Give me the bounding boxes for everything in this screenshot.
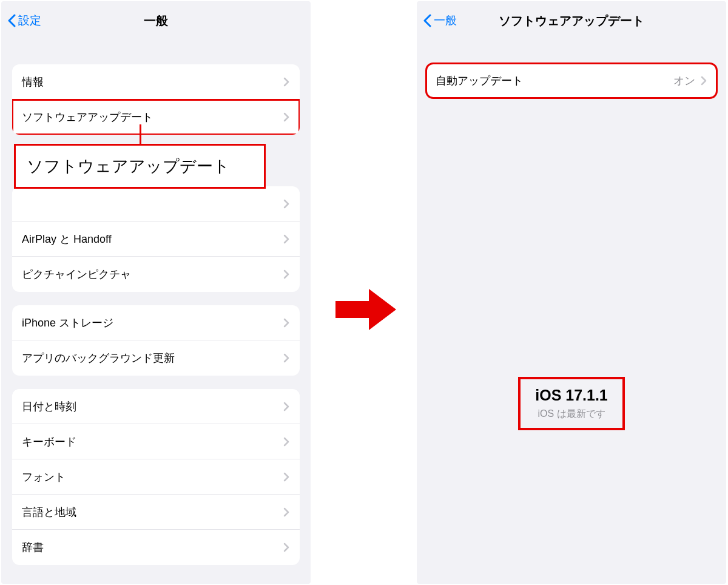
chevron-right-icon [283, 472, 290, 482]
row-value: オン [673, 73, 695, 88]
row-label: 言語と地域 [22, 505, 76, 519]
chevron-right-icon [283, 112, 290, 122]
nav-header: 一般 ソフトウェアアップデート [417, 1, 726, 40]
row-label: 日付と時刻 [22, 399, 76, 414]
update-status: iOS 17.1.1 iOS は最新です [417, 377, 726, 430]
status-badge: iOS 17.1.1 iOS は最新です [519, 377, 624, 430]
chevron-right-icon [283, 234, 290, 244]
annotation-callout: ソフトウェアアップデート [14, 144, 266, 189]
row-picture-in-picture[interactable]: ピクチャインピクチャ [12, 257, 300, 292]
row-software-update[interactable]: ソフトウェアアップデート [12, 100, 300, 135]
row-hidden-partial[interactable] [12, 186, 300, 221]
arrow-right-icon [332, 285, 399, 334]
back-label: 設定 [18, 13, 41, 29]
annotation-connector [140, 124, 141, 146]
section-media: AirPlay と Handoff ピクチャインピクチャ [12, 186, 300, 292]
row-label: 辞書 [22, 540, 44, 555]
row-label: iPhone ストレージ [22, 316, 113, 330]
section-about: 情報 ソフトウェアアップデート [12, 64, 300, 135]
chevron-right-icon [283, 353, 290, 363]
section-input: 日付と時刻 キーボード フォント 言語と地域 辞書 [12, 389, 300, 565]
row-iphone-storage[interactable]: iPhone ストレージ [12, 305, 300, 340]
settings-general-screen: 設定 一般 情報 ソフトウェアアップデート AirPlay と Handoff [1, 1, 311, 584]
row-about[interactable]: 情報 [12, 64, 300, 100]
callout-text: ソフトウェアアップデート [27, 157, 230, 175]
row-label: ピクチャインピクチャ [22, 267, 131, 282]
page-title: ソフトウェアアップデート [499, 13, 644, 29]
row-label: フォント [22, 470, 66, 484]
back-label: 一般 [434, 13, 457, 29]
chevron-right-icon [283, 507, 290, 517]
chevron-right-icon [283, 199, 290, 209]
row-label: アプリのバックグラウンド更新 [22, 351, 175, 365]
row-label: AirPlay と Handoff [22, 232, 112, 246]
chevron-right-icon [283, 543, 290, 552]
page-title: 一般 [144, 13, 168, 29]
chevron-right-icon [283, 437, 290, 447]
row-background-app-refresh[interactable]: アプリのバックグラウンド更新 [12, 340, 300, 376]
back-button[interactable]: 設定 [7, 13, 41, 29]
row-label: 自動アップデート [436, 73, 523, 88]
ios-version: iOS 17.1.1 [535, 387, 608, 404]
nav-header: 設定 一般 [1, 1, 311, 40]
chevron-left-icon [7, 14, 16, 27]
row-label: ソフトウェアアップデート [22, 110, 153, 124]
row-airplay-handoff[interactable]: AirPlay と Handoff [12, 221, 300, 257]
section-storage: iPhone ストレージ アプリのバックグラウンド更新 [12, 305, 300, 376]
chevron-left-icon [423, 14, 431, 27]
row-label: キーボード [22, 435, 76, 449]
software-update-screen: 一般 ソフトウェアアップデート 自動アップデート オン iOS 17.1.1 i… [417, 1, 726, 584]
chevron-right-icon [283, 318, 290, 328]
chevron-right-icon [283, 269, 290, 279]
row-label: 情報 [22, 75, 44, 89]
row-dictionary[interactable]: 辞書 [12, 530, 300, 565]
row-auto-update[interactable]: 自動アップデート オン [426, 63, 717, 98]
row-date-time[interactable]: 日付と時刻 [12, 389, 300, 424]
ios-status-text: iOS は最新です [535, 408, 608, 421]
chevron-right-icon [700, 76, 707, 86]
chevron-right-icon [283, 77, 290, 87]
row-keyboard[interactable]: キーボード [12, 424, 300, 459]
chevron-right-icon [283, 402, 290, 411]
row-fonts[interactable]: フォント [12, 459, 300, 495]
row-language-region[interactable]: 言語と地域 [12, 495, 300, 530]
back-button[interactable]: 一般 [423, 13, 457, 29]
